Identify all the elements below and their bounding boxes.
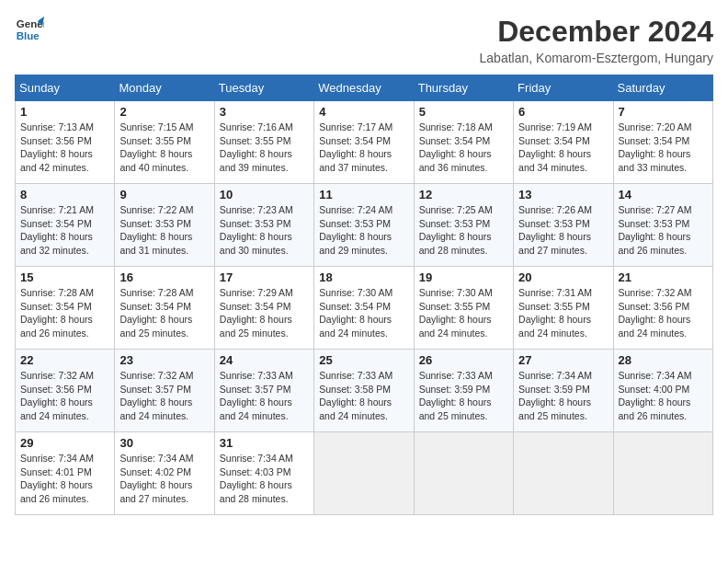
day-number: 4 xyxy=(319,105,408,119)
calendar-cell: 13Sunrise: 7:26 AM Sunset: 3:53 PM Dayli… xyxy=(514,184,613,267)
day-info: Sunrise: 7:30 AM Sunset: 3:55 PM Dayligh… xyxy=(419,287,493,339)
day-number: 8 xyxy=(20,188,109,201)
day-number: 14 xyxy=(619,188,708,201)
calendar-cell: 4Sunrise: 7:17 AM Sunset: 3:54 PM Daylig… xyxy=(314,101,414,184)
day-number: 26 xyxy=(419,353,508,367)
day-info: Sunrise: 7:30 AM Sunset: 3:54 PM Dayligh… xyxy=(319,287,392,339)
calendar-cell: 7Sunrise: 7:20 AM Sunset: 3:54 PM Daylig… xyxy=(613,101,712,184)
day-number: 3 xyxy=(220,105,309,119)
calendar-cell: 1Sunrise: 7:13 AM Sunset: 3:56 PM Daylig… xyxy=(16,101,115,184)
calendar-cell xyxy=(314,432,414,515)
calendar-cell: 10Sunrise: 7:23 AM Sunset: 3:53 PM Dayli… xyxy=(214,184,313,267)
day-info: Sunrise: 7:34 AM Sunset: 4:03 PM Dayligh… xyxy=(220,453,293,504)
day-number: 21 xyxy=(619,270,708,284)
day-info: Sunrise: 7:27 AM Sunset: 3:53 PM Dayligh… xyxy=(619,204,692,256)
day-number: 15 xyxy=(20,270,109,284)
day-info: Sunrise: 7:15 AM Sunset: 3:55 PM Dayligh… xyxy=(119,121,193,173)
day-number: 30 xyxy=(119,436,209,450)
weekday-header-tuesday: Tuesday xyxy=(214,75,313,101)
calendar-cell xyxy=(613,432,712,515)
weekday-header-friday: Friday xyxy=(514,75,613,101)
day-number: 13 xyxy=(518,188,608,201)
calendar-cell: 11Sunrise: 7:24 AM Sunset: 3:53 PM Dayli… xyxy=(314,184,414,267)
day-number: 12 xyxy=(419,188,508,201)
calendar-week-4: 22Sunrise: 7:32 AM Sunset: 3:56 PM Dayli… xyxy=(16,350,713,432)
calendar-cell: 27Sunrise: 7:34 AM Sunset: 3:59 PM Dayli… xyxy=(514,350,613,432)
day-info: Sunrise: 7:32 AM Sunset: 3:57 PM Dayligh… xyxy=(119,370,193,421)
calendar-week-3: 15Sunrise: 7:28 AM Sunset: 3:54 PM Dayli… xyxy=(16,267,713,350)
day-number: 22 xyxy=(20,353,109,367)
day-number: 24 xyxy=(220,353,309,367)
weekday-header-monday: Monday xyxy=(115,75,214,101)
title-block: December 2024 Labatlan, Komarom-Esztergo… xyxy=(480,15,713,65)
calendar-week-1: 1Sunrise: 7:13 AM Sunset: 3:56 PM Daylig… xyxy=(16,101,713,184)
day-info: Sunrise: 7:32 AM Sunset: 3:56 PM Dayligh… xyxy=(619,287,692,339)
day-number: 17 xyxy=(220,270,309,284)
day-info: Sunrise: 7:24 AM Sunset: 3:53 PM Dayligh… xyxy=(319,204,392,256)
day-number: 7 xyxy=(619,105,708,119)
day-info: Sunrise: 7:13 AM Sunset: 3:56 PM Dayligh… xyxy=(20,121,94,173)
calendar-cell: 6Sunrise: 7:19 AM Sunset: 3:54 PM Daylig… xyxy=(514,101,613,184)
calendar-cell: 18Sunrise: 7:30 AM Sunset: 3:54 PM Dayli… xyxy=(314,267,414,350)
weekday-header-sunday: Sunday xyxy=(16,75,115,101)
calendar-cell: 16Sunrise: 7:28 AM Sunset: 3:54 PM Dayli… xyxy=(115,267,214,350)
calendar-cell: 21Sunrise: 7:32 AM Sunset: 3:56 PM Dayli… xyxy=(613,267,712,350)
calendar-week-2: 8Sunrise: 7:21 AM Sunset: 3:54 PM Daylig… xyxy=(16,184,713,267)
logo: General Blue xyxy=(15,15,44,44)
day-info: Sunrise: 7:25 AM Sunset: 3:53 PM Dayligh… xyxy=(419,204,493,256)
day-info: Sunrise: 7:28 AM Sunset: 3:54 PM Dayligh… xyxy=(20,287,94,339)
day-number: 23 xyxy=(119,353,209,367)
day-number: 1 xyxy=(20,105,109,119)
day-number: 20 xyxy=(518,270,608,284)
weekday-header-saturday: Saturday xyxy=(613,75,712,101)
day-info: Sunrise: 7:20 AM Sunset: 3:54 PM Dayligh… xyxy=(619,121,692,173)
day-info: Sunrise: 7:23 AM Sunset: 3:53 PM Dayligh… xyxy=(220,204,293,256)
calendar-cell: 8Sunrise: 7:21 AM Sunset: 3:54 PM Daylig… xyxy=(16,184,115,267)
day-number: 9 xyxy=(119,188,209,201)
day-info: Sunrise: 7:16 AM Sunset: 3:55 PM Dayligh… xyxy=(220,121,293,173)
day-info: Sunrise: 7:34 AM Sunset: 4:00 PM Dayligh… xyxy=(619,370,692,421)
calendar-cell: 28Sunrise: 7:34 AM Sunset: 4:00 PM Dayli… xyxy=(613,350,712,432)
calendar-cell: 14Sunrise: 7:27 AM Sunset: 3:53 PM Dayli… xyxy=(613,184,712,267)
day-info: Sunrise: 7:34 AM Sunset: 4:02 PM Dayligh… xyxy=(119,453,193,504)
calendar-cell: 22Sunrise: 7:32 AM Sunset: 3:56 PM Dayli… xyxy=(16,350,115,432)
day-info: Sunrise: 7:26 AM Sunset: 3:53 PM Dayligh… xyxy=(518,204,592,256)
day-number: 25 xyxy=(319,353,408,367)
day-info: Sunrise: 7:29 AM Sunset: 3:54 PM Dayligh… xyxy=(220,287,293,339)
day-number: 31 xyxy=(220,436,309,450)
calendar-table: SundayMondayTuesdayWednesdayThursdayFrid… xyxy=(15,75,713,515)
calendar-cell: 5Sunrise: 7:18 AM Sunset: 3:54 PM Daylig… xyxy=(414,101,513,184)
day-info: Sunrise: 7:19 AM Sunset: 3:54 PM Dayligh… xyxy=(518,121,592,173)
weekday-header-thursday: Thursday xyxy=(414,75,513,101)
calendar-cell: 2Sunrise: 7:15 AM Sunset: 3:55 PM Daylig… xyxy=(115,101,214,184)
calendar-cell: 12Sunrise: 7:25 AM Sunset: 3:53 PM Dayli… xyxy=(414,184,513,267)
day-number: 19 xyxy=(419,270,508,284)
calendar-cell: 24Sunrise: 7:33 AM Sunset: 3:57 PM Dayli… xyxy=(214,350,313,432)
day-info: Sunrise: 7:33 AM Sunset: 3:58 PM Dayligh… xyxy=(319,370,392,421)
calendar-cell: 29Sunrise: 7:34 AM Sunset: 4:01 PM Dayli… xyxy=(16,432,115,515)
calendar-cell: 20Sunrise: 7:31 AM Sunset: 3:55 PM Dayli… xyxy=(514,267,613,350)
day-number: 11 xyxy=(319,188,408,201)
calendar-cell: 30Sunrise: 7:34 AM Sunset: 4:02 PM Dayli… xyxy=(115,432,214,515)
location: Labatlan, Komarom-Esztergom, Hungary xyxy=(480,51,713,65)
calendar-cell: 3Sunrise: 7:16 AM Sunset: 3:55 PM Daylig… xyxy=(214,101,313,184)
svg-text:Blue: Blue xyxy=(17,30,40,41)
calendar-week-5: 29Sunrise: 7:34 AM Sunset: 4:01 PM Dayli… xyxy=(16,432,713,515)
day-info: Sunrise: 7:21 AM Sunset: 3:54 PM Dayligh… xyxy=(20,204,94,256)
day-info: Sunrise: 7:17 AM Sunset: 3:54 PM Dayligh… xyxy=(319,121,392,173)
calendar-cell: 26Sunrise: 7:33 AM Sunset: 3:59 PM Dayli… xyxy=(414,350,513,432)
day-info: Sunrise: 7:34 AM Sunset: 3:59 PM Dayligh… xyxy=(518,370,592,421)
calendar-cell: 23Sunrise: 7:32 AM Sunset: 3:57 PM Dayli… xyxy=(115,350,214,432)
page-header: General Blue December 2024 Labatlan, Kom… xyxy=(15,15,713,65)
calendar-cell: 15Sunrise: 7:28 AM Sunset: 3:54 PM Dayli… xyxy=(16,267,115,350)
day-info: Sunrise: 7:32 AM Sunset: 3:56 PM Dayligh… xyxy=(20,370,94,421)
weekday-header-wednesday: Wednesday xyxy=(314,75,414,101)
month-title: December 2024 xyxy=(480,15,713,49)
day-info: Sunrise: 7:28 AM Sunset: 3:54 PM Dayligh… xyxy=(119,287,193,339)
day-number: 5 xyxy=(419,105,508,119)
day-number: 18 xyxy=(319,270,408,284)
day-number: 10 xyxy=(220,188,309,201)
day-info: Sunrise: 7:33 AM Sunset: 3:57 PM Dayligh… xyxy=(220,370,293,421)
day-number: 28 xyxy=(619,353,708,367)
calendar-cell: 31Sunrise: 7:34 AM Sunset: 4:03 PM Dayli… xyxy=(214,432,313,515)
